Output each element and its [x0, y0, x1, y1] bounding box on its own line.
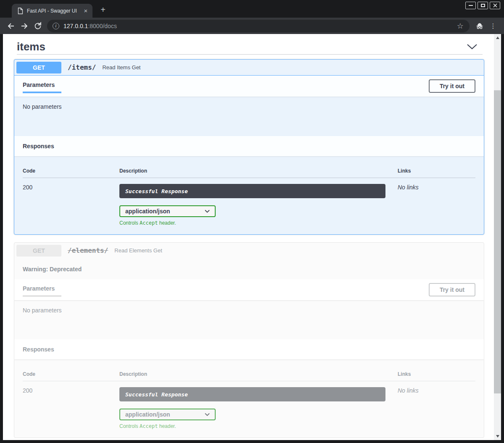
responses-table-header: Code Description Links [23, 168, 475, 178]
try-it-out-button[interactable]: Try it out [429, 283, 475, 296]
info-glyph: i [55, 24, 57, 28]
response-description-cell: Successful Response application/json Con… [119, 387, 398, 429]
scrollbar-thumb[interactable] [494, 90, 501, 393]
section-divider [17, 54, 483, 55]
reload-icon [34, 22, 42, 30]
endpoint-summary-bar[interactable]: GET /elements/ Read Elements Get [14, 243, 484, 259]
response-description-panel: Successful Response [119, 184, 385, 198]
maximize-button[interactable] [478, 2, 488, 9]
tab-parameters[interactable]: Parameters [23, 81, 61, 93]
browser-menu-button[interactable]: ⋮ [486, 19, 500, 33]
response-code: 200 [23, 184, 119, 226]
responses-table: Code Description Links 200 Successful Re… [14, 359, 484, 438]
swagger-page: items GET /items/ Read Items Get Paramet… [3, 34, 494, 440]
column-links: Links [398, 168, 475, 174]
endpoint-description: Read Items Get [102, 64, 140, 71]
page-content: items GET /items/ Read Items Get Paramet… [3, 34, 501, 440]
method-badge: GET [16, 62, 61, 73]
url-path: :8000/docs [88, 23, 117, 29]
page-favicon-icon [17, 8, 23, 14]
address-bar[interactable]: i 127.0.0.1:8000/docs ☆ [47, 20, 470, 32]
accept-note-code: Accept [140, 423, 158, 429]
parameters-header: Parameters Try it out [14, 76, 484, 97]
no-parameters-text: No parameters [23, 103, 62, 110]
column-description: Description [119, 371, 398, 377]
try-it-out-button[interactable]: Try it out [429, 79, 475, 93]
scroll-down-button[interactable] [494, 433, 501, 440]
scrollbar[interactable] [494, 34, 501, 440]
response-row: 200 Successful Response application/json [23, 178, 475, 226]
browser-window: Fast API - Swagger UI × + [0, 0, 504, 443]
tab-parameters[interactable]: Parameters [23, 285, 61, 297]
back-arrow-icon [7, 22, 15, 30]
responses-table: Code Description Links 200 Successful Re… [14, 156, 484, 234]
column-code: Code [23, 168, 119, 174]
forward-arrow-icon [20, 22, 29, 30]
response-description-text: Successful Response [125, 188, 188, 194]
tab-close-icon[interactable]: × [82, 8, 89, 14]
response-description-panel: Successful Response [119, 387, 385, 401]
accept-header-note: Controls Accept header. [119, 220, 398, 226]
media-type-value: application/json [125, 411, 170, 418]
media-type-select[interactable]: application/json [119, 409, 216, 420]
forward-button[interactable] [18, 19, 31, 33]
column-code: Code [23, 371, 119, 377]
tab-title: Fast API - Swagger UI [27, 8, 82, 14]
minimize-button[interactable] [465, 2, 476, 9]
tag-section-header[interactable]: items [17, 39, 483, 54]
incognito-button[interactable] [473, 19, 486, 33]
new-tab-button[interactable]: + [98, 5, 108, 16]
method-badge: GET [16, 245, 61, 257]
browser-tab[interactable]: Fast API - Swagger UI × [12, 4, 92, 18]
response-row: 200 Successful Response application/json [23, 381, 475, 429]
endpoint-path: /items/ [68, 63, 96, 71]
accept-note-suffix: header. [158, 220, 176, 226]
parameters-header: Parameters Try it out [14, 279, 484, 300]
column-links: Links [398, 371, 475, 377]
parameters-body: No parameters [14, 300, 484, 339]
reload-button[interactable] [31, 19, 45, 33]
window-controls [465, 2, 500, 9]
endpoint-path: /elements/ [68, 246, 108, 254]
incognito-icon [475, 22, 484, 30]
browser-toolbar: i 127.0.0.1:8000/docs ☆ ⋮ [0, 18, 504, 34]
parameters-body: No parameters [14, 97, 484, 136]
endpoint-description: Read Elements Get [114, 247, 162, 254]
accept-note-code: Accept [140, 220, 158, 226]
endpoint-get-elements-deprecated: GET /elements/ Read Elements Get Warning… [14, 242, 484, 438]
url-host: 127.0.0.1 [63, 23, 88, 29]
accept-note-suffix: header. [158, 423, 176, 429]
responses-header: Responses [14, 136, 484, 156]
endpoint-get-items: GET /items/ Read Items Get Parameters Tr… [14, 59, 484, 235]
no-parameters-text: No parameters [23, 307, 62, 314]
scroll-up-button[interactable] [494, 34, 501, 41]
responses-title: Responses [23, 143, 54, 149]
endpoint-summary-bar[interactable]: GET /items/ Read Items Get [14, 60, 484, 76]
responses-title: Responses [23, 346, 54, 353]
browser-titlebar: Fast API - Swagger UI × + [0, 0, 504, 18]
close-window-button[interactable] [490, 2, 500, 9]
collapse-chevron-icon[interactable] [467, 44, 478, 50]
site-info-icon[interactable]: i [53, 23, 59, 29]
chevron-down-icon [205, 210, 210, 213]
chevron-down-icon [205, 413, 210, 416]
responses-header: Responses [14, 339, 484, 359]
response-code: 200 [23, 387, 119, 429]
minimize-icon [469, 5, 473, 6]
accept-note-prefix: Controls [119, 423, 140, 429]
column-description: Description [119, 168, 398, 174]
close-icon [493, 3, 497, 8]
response-description-cell: Successful Response application/json Con… [119, 184, 398, 226]
bookmark-star-icon[interactable]: ☆ [457, 21, 464, 31]
media-type-select[interactable]: application/json [119, 205, 216, 217]
media-type-value: application/json [125, 208, 170, 215]
scroll-down-icon [496, 435, 499, 438]
accept-note-prefix: Controls [119, 220, 140, 226]
back-button[interactable] [4, 19, 18, 33]
responses-table-header: Code Description Links [23, 371, 475, 381]
url-text: 127.0.0.1:8000/docs [63, 23, 457, 29]
deprecated-warning: Warning: Deprecated [14, 259, 484, 279]
tag-title: items [17, 40, 45, 53]
response-description-text: Successful Response [125, 391, 188, 398]
scroll-up-icon [496, 37, 499, 39]
